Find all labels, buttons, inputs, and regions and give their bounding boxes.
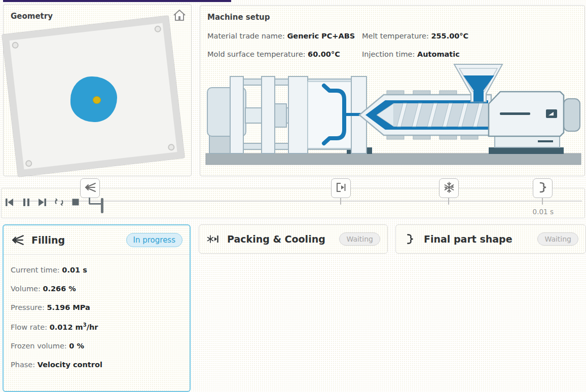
geometry-panel: Geometry xyxy=(3,4,192,176)
stat-phase: Phase: Velocity control xyxy=(11,361,182,369)
milestone-stem xyxy=(340,198,341,205)
mold-surface-temperature-field: Mold surface temperature: 60.00°C xyxy=(207,50,340,58)
mold-screw xyxy=(168,144,175,151)
skip-to-end-button[interactable] xyxy=(36,197,48,208)
geometry-panel-title: Geometry xyxy=(11,12,53,21)
reset-view-button[interactable] xyxy=(172,9,187,23)
injection-molding-machine-illustration xyxy=(204,60,583,169)
packing-cooling-stage-card: Packing & Cooling Waiting xyxy=(199,224,388,254)
final-status-badge: Waiting xyxy=(537,232,578,246)
milestone-filling-button[interactable] xyxy=(80,178,100,198)
skip-to-start-button[interactable] xyxy=(4,197,15,208)
mold-screw xyxy=(12,42,19,49)
final-part-shape-icon xyxy=(403,232,417,246)
stat-frozen-volume: Frozen volume: 0 % xyxy=(11,342,182,350)
melt-temperature-field: Melt temperature: 255.00°C xyxy=(362,32,468,40)
packing-card-header: Packing & Cooling Waiting xyxy=(199,225,387,253)
machine-foot xyxy=(489,147,564,154)
filling-icon xyxy=(11,233,25,247)
mold-screw xyxy=(154,25,161,32)
skip-to-start-icon xyxy=(4,198,15,207)
filling-icon xyxy=(84,181,97,195)
skip-to-end-icon xyxy=(36,198,48,207)
milestone-stem xyxy=(542,198,543,205)
final-part-shape-icon xyxy=(537,181,548,195)
machine-base xyxy=(206,153,581,165)
stat-flow-rate: Flow rate: 0.012 m3/hr xyxy=(11,322,182,331)
brand-logo xyxy=(546,109,557,118)
loop-button[interactable] xyxy=(53,197,64,208)
injection-unit xyxy=(489,92,580,147)
injection-gate-dot xyxy=(93,96,101,104)
filling-status-badge: In progress xyxy=(126,233,182,247)
packing-status-badge: Waiting xyxy=(339,232,380,246)
machine-setup-panel: Machine setup Material trade name: Gener… xyxy=(200,5,585,176)
final-part-shape-stage-card: Final part shape Waiting xyxy=(395,224,586,254)
filling-card-header: Filling In progress xyxy=(4,225,190,255)
timeline-track[interactable] xyxy=(5,201,582,202)
stat-volume: Volume: 0.266 % xyxy=(11,285,182,293)
mold-screw xyxy=(25,160,32,167)
milestone-packing-button[interactable] xyxy=(331,178,351,198)
packing-card-title: Packing & Cooling xyxy=(227,233,333,245)
packing-icon xyxy=(335,181,347,195)
playhead-marker[interactable] xyxy=(101,198,103,213)
material-trade-name-field: Material trade name: Generic PC+ABS xyxy=(207,32,355,40)
injection-time-field: Injection time: Automatic xyxy=(362,50,460,58)
packing-cooling-icon xyxy=(206,233,221,245)
stop-button[interactable] xyxy=(70,197,81,208)
loop-icon xyxy=(53,198,64,207)
home-icon xyxy=(172,16,187,23)
filling-stage-card: Filling In progress Current time: 0.01 s… xyxy=(3,224,191,392)
stat-pressure: Pressure: 5.196 MPa xyxy=(11,303,182,311)
current-time-label: 0.01 s xyxy=(533,208,554,216)
stop-icon xyxy=(70,198,81,206)
pause-button[interactable] xyxy=(21,197,32,208)
final-card-title: Final part shape xyxy=(424,233,531,245)
stat-current-time: Current time: 0.01 s xyxy=(11,266,182,274)
final-card-header: Final part shape Waiting xyxy=(396,225,585,253)
pause-icon xyxy=(21,198,32,207)
milestone-stem xyxy=(448,198,449,205)
snowflake-icon xyxy=(443,181,455,195)
filling-card-title: Filling xyxy=(31,234,120,246)
milestone-cooling-button[interactable] xyxy=(439,178,459,198)
page-loading-bar xyxy=(3,0,231,2)
milestone-final-part-button[interactable] xyxy=(533,178,553,198)
filling-stats: Current time: 0.01 s Volume: 0.266 % Pre… xyxy=(4,255,190,369)
machine-setup-title: Machine setup xyxy=(207,13,270,22)
